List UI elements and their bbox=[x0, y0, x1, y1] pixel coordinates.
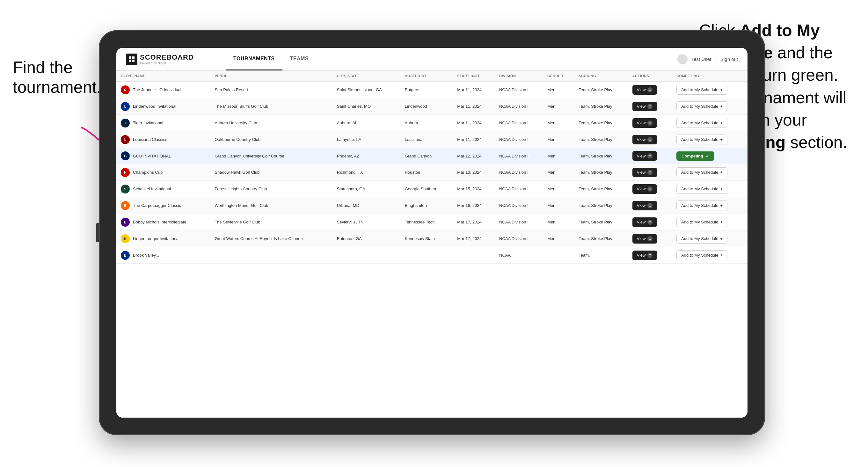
city-state-cell bbox=[333, 247, 400, 263]
event-name-text: Champions Cup bbox=[133, 170, 162, 175]
nav-tab-tournaments[interactable]: TOURNAMENTS bbox=[226, 48, 282, 70]
venue-cell: Oakbourne Country Club bbox=[210, 131, 332, 148]
event-name-cell: L Louisiana Classics bbox=[116, 131, 210, 148]
gender-cell: Men bbox=[543, 230, 574, 247]
add-to-schedule-button[interactable]: Add to My Schedule + bbox=[676, 101, 727, 111]
col-city-state: CITY, STATE bbox=[333, 71, 400, 81]
view-button[interactable]: View ⊙ bbox=[632, 184, 657, 194]
actions-cell: View ⊙ bbox=[628, 164, 672, 181]
add-schedule-label: Add to My Schedule bbox=[681, 220, 718, 224]
team-logo: B bbox=[121, 218, 130, 227]
add-to-schedule-button[interactable]: Add to My Schedule + bbox=[676, 85, 727, 95]
tablet-frame: SCOREBOARD Powered by clippd TOURNAMENTS… bbox=[99, 30, 765, 435]
gender-cell: Men bbox=[543, 181, 574, 197]
table-row: R The Johnnie - O Individual Sea Palms R… bbox=[116, 81, 747, 98]
competing-button[interactable]: Competing ✓ bbox=[676, 151, 714, 161]
view-button[interactable]: View ⊙ bbox=[632, 168, 657, 177]
add-to-schedule-button[interactable]: Add to My Schedule + bbox=[676, 217, 727, 227]
event-name-text: Lindenwood Invitational bbox=[133, 104, 176, 109]
view-label: View bbox=[637, 154, 646, 158]
scoring-cell: Team, Stroke Play bbox=[574, 131, 628, 148]
add-schedule-label: Add to My Schedule bbox=[681, 186, 718, 191]
add-schedule-plus-icon: + bbox=[720, 203, 723, 208]
division-cell: NCAA Division I bbox=[495, 115, 543, 131]
actions-cell: View ⊙ bbox=[628, 81, 672, 98]
division-cell: NCAA Division I bbox=[495, 230, 543, 247]
view-label: View bbox=[637, 104, 646, 109]
table-row: H Champions Cup Shadow Hawk Golf ClubRic… bbox=[116, 164, 747, 181]
division-cell: NCAA Division I bbox=[495, 81, 543, 98]
gender-cell: Men bbox=[543, 131, 574, 148]
view-label: View bbox=[637, 253, 646, 257]
team-logo: R bbox=[121, 86, 130, 94]
view-button[interactable]: View ⊙ bbox=[632, 102, 657, 111]
nav-tab-teams[interactable]: TEAMS bbox=[282, 48, 316, 70]
event-name-cell: B Bobby Nichols Intercollegiate bbox=[116, 214, 210, 230]
division-cell: NCAA bbox=[495, 247, 543, 263]
add-to-schedule-button[interactable]: Add to My Schedule + bbox=[676, 184, 727, 194]
competing-cell: Add to My Schedule + bbox=[672, 247, 747, 263]
event-name-cell: K Linger Longer Invitational bbox=[116, 230, 210, 247]
add-schedule-plus-icon: + bbox=[720, 236, 723, 241]
view-button[interactable]: View ⊙ bbox=[632, 217, 657, 227]
view-label: View bbox=[637, 220, 646, 224]
division-cell: NCAA Division I bbox=[495, 197, 543, 214]
view-button[interactable]: View ⊙ bbox=[632, 85, 657, 95]
city-state-cell: Statesboro, GA bbox=[333, 181, 400, 197]
view-button[interactable]: View ⊙ bbox=[632, 251, 657, 260]
view-label: View bbox=[637, 121, 646, 125]
table-row: G GCU INVITATIONAL Grand Canyon Universi… bbox=[116, 148, 747, 164]
view-button[interactable]: View ⊙ bbox=[632, 151, 657, 161]
table-body: R The Johnnie - O Individual Sea Palms R… bbox=[116, 81, 747, 263]
competing-check-icon: ✓ bbox=[706, 154, 709, 158]
add-schedule-plus-icon: + bbox=[720, 104, 723, 109]
table-row: B Brook Valley... NCAATeam, View ⊙ Add t… bbox=[116, 247, 747, 263]
add-to-schedule-button[interactable]: Add to My Schedule + bbox=[676, 134, 727, 145]
tournaments-table-container: EVENT NAME VENUE CITY, STATE HOSTED BY S… bbox=[116, 71, 747, 417]
view-button[interactable]: View ⊙ bbox=[632, 135, 657, 145]
col-competing: COMPETING bbox=[672, 71, 747, 81]
view-circle-icon: ⊙ bbox=[647, 137, 652, 142]
hosted-by-cell: Houston bbox=[400, 164, 453, 181]
add-to-schedule-button[interactable]: Add to My Schedule + bbox=[676, 200, 727, 210]
view-circle-icon: ⊙ bbox=[647, 186, 652, 192]
event-name-text: The Carpetbagger Classic bbox=[133, 203, 181, 208]
venue-cell: Worthington Manor Golf Club bbox=[210, 197, 332, 214]
team-logo: G bbox=[121, 151, 130, 160]
table-row: L Louisiana Classics Oakbourne Country C… bbox=[116, 131, 747, 148]
event-name-cell: H Champions Cup bbox=[116, 164, 210, 181]
competing-cell: Add to My Schedule + bbox=[672, 181, 747, 197]
event-name-text: GCU INVITATIONAL bbox=[133, 154, 171, 158]
actions-cell: View ⊙ bbox=[628, 197, 672, 214]
view-button[interactable]: View ⊙ bbox=[632, 201, 657, 210]
hosted-by-cell: Louisiana bbox=[400, 131, 453, 148]
view-button[interactable]: View ⊙ bbox=[632, 234, 657, 244]
start-date-cell: Mar 11, 2024 bbox=[453, 131, 495, 148]
add-schedule-plus-icon: + bbox=[720, 253, 723, 257]
competing-label: Competing bbox=[682, 154, 703, 158]
add-schedule-plus-icon: + bbox=[720, 170, 723, 175]
competing-cell: Competing ✓ bbox=[672, 148, 747, 164]
competing-cell: Add to My Schedule + bbox=[672, 214, 747, 230]
view-circle-icon: ⊙ bbox=[647, 220, 652, 225]
scoring-cell: Team, Stroke Play bbox=[574, 164, 628, 181]
division-cell: NCAA Division I bbox=[495, 98, 543, 115]
start-date-cell bbox=[453, 247, 495, 263]
gender-cell: Men bbox=[543, 98, 574, 115]
venue-cell: Grand Canyon University Golf Course bbox=[210, 148, 332, 164]
event-name-text: Bobby Nichols Intercollegiate bbox=[133, 220, 186, 224]
header-right: Test User | Sign out bbox=[677, 54, 738, 64]
event-name-cell: S Schenkel Invitational bbox=[116, 181, 210, 197]
table-row: B The Carpetbagger Classic Worthington M… bbox=[116, 197, 747, 214]
add-to-schedule-button[interactable]: Add to My Schedule + bbox=[676, 234, 727, 244]
add-to-schedule-button[interactable]: Add to My Schedule + bbox=[676, 250, 727, 260]
venue-cell: The Missouri Bluffs Golf Club bbox=[210, 98, 332, 115]
sign-out-link[interactable]: Sign out bbox=[720, 56, 738, 62]
city-state-cell: Urbana, MD bbox=[333, 197, 400, 214]
add-to-schedule-button[interactable]: Add to My Schedule + bbox=[676, 167, 727, 177]
add-to-schedule-button[interactable]: Add to My Schedule + bbox=[676, 118, 727, 128]
scoring-cell: Team, Stroke Play bbox=[574, 181, 628, 197]
view-button[interactable]: View ⊙ bbox=[632, 118, 657, 128]
col-scoring: SCORING bbox=[574, 71, 628, 81]
actions-cell: View ⊙ bbox=[628, 131, 672, 148]
